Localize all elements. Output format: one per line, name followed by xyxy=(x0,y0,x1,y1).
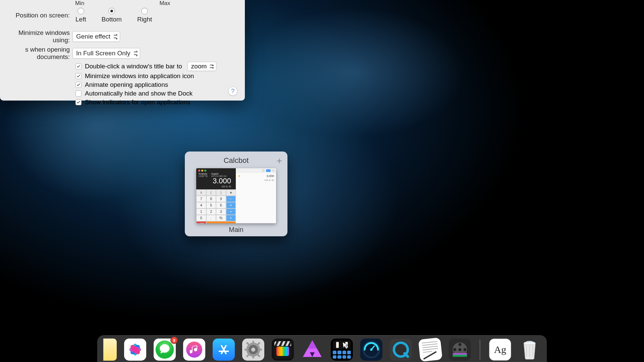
titlebar-action-select[interactable]: zoom▴▾ xyxy=(187,62,216,71)
gear-icon xyxy=(245,341,262,358)
svg-point-33 xyxy=(464,348,467,351)
help-button[interactable]: ? xyxy=(228,86,237,96)
preview-add-icon[interactable]: + xyxy=(277,156,282,166)
keypad: ±()★ 789− 456× 123÷ 0.%+ ⌫= xyxy=(196,189,236,223)
size-slider-labels: Min Max xyxy=(0,0,245,7)
minimize-icon xyxy=(201,170,203,172)
calcbot-keypad-side: Terabyte3.000 TB Gigabit24,576.000 Gb 3.… xyxy=(196,168,236,223)
dock-app-music[interactable] xyxy=(183,339,205,361)
filmreel-icon xyxy=(451,341,468,358)
dock-container: 8 xyxy=(0,335,644,362)
dock-window-preview: Calcbot + Terabyte3.000 TB Gigabit24,576… xyxy=(185,152,287,236)
appstore-icon xyxy=(217,343,230,356)
dock-app-photos[interactable] xyxy=(124,339,146,361)
photos-icon xyxy=(126,340,145,359)
dock-app-notes[interactable] xyxy=(103,339,117,361)
unit-a-name: Terabyte xyxy=(198,173,207,175)
size-max-label: Max xyxy=(159,0,170,7)
svg-rect-14 xyxy=(245,349,248,350)
minimize-into-icon-label: Minimize windows into application icon xyxy=(85,72,194,80)
clapperboard-icon xyxy=(274,341,292,359)
tab-icon xyxy=(262,169,265,172)
titlebar-doubleclick-label: Double-click a window's title bar to xyxy=(85,63,182,70)
display-sub: 100 ⊕ 30 xyxy=(198,185,234,188)
trash-icon xyxy=(521,339,539,360)
history-value: 3,000 xyxy=(236,173,276,179)
position-radio-bottom[interactable] xyxy=(108,8,115,14)
position-radio-group: Left Bottom Right xyxy=(72,8,152,23)
open-documents-label: s when opening documents: xyxy=(0,46,72,61)
quicktime-icon xyxy=(391,340,411,360)
position-radio-left-label: Left xyxy=(75,16,86,23)
messages-badge: 8 xyxy=(170,337,178,344)
autohide-dock-label: Automatically hide and show the Dock xyxy=(85,90,193,97)
svg-point-29 xyxy=(459,348,462,351)
svg-rect-35 xyxy=(453,353,467,355)
position-radio-bottom-label: Bottom xyxy=(102,16,122,23)
dock-app-quicktime[interactable] xyxy=(390,339,412,361)
dock-app-textedit[interactable] xyxy=(418,338,443,362)
dock-app-system-preferences[interactable] xyxy=(242,339,264,361)
display-value: 3.000 xyxy=(198,177,234,185)
dock-item-trash[interactable] xyxy=(519,339,541,361)
dock: 8 xyxy=(97,335,547,362)
dock-app-affinity-photo[interactable] xyxy=(301,339,323,361)
dock-app-calcbot[interactable] xyxy=(331,339,353,361)
dock-app-speedtest[interactable] xyxy=(360,339,382,361)
unit-a-val: 3.000 TB xyxy=(198,175,208,177)
window-traffic-lights xyxy=(198,170,234,172)
music-icon xyxy=(186,342,202,358)
zoom-icon xyxy=(204,170,206,172)
position-radio-right[interactable] xyxy=(141,8,148,14)
animate-opening-label: Animate opening applications xyxy=(85,81,168,88)
titlebar-doubleclick-checkbox[interactable] xyxy=(75,63,82,69)
dock-separator xyxy=(480,340,480,360)
affinity-icon xyxy=(302,339,323,360)
svg-point-30 xyxy=(459,343,462,346)
svg-point-25 xyxy=(370,348,372,351)
svg-rect-34 xyxy=(453,354,467,357)
dock-item-font-document[interactable]: Ag xyxy=(489,339,511,361)
unit-b-name: Gigabit xyxy=(211,173,218,175)
size-min-label: Min xyxy=(75,0,84,7)
position-radio-left[interactable] xyxy=(77,8,84,14)
autohide-dock-checkbox[interactable] xyxy=(75,90,82,97)
dock-preferences-window: Min Max Position on screen: Left Bottom … xyxy=(0,0,245,101)
open-documents-select[interactable]: In Full Screen Only▴▾ xyxy=(72,48,140,59)
position-radio-right-label: Right xyxy=(137,16,152,23)
animate-opening-checkbox[interactable] xyxy=(75,82,82,88)
dock-app-messages[interactable]: 8 xyxy=(154,339,176,361)
tab-pill xyxy=(266,169,271,172)
dock-app-screenflow[interactable] xyxy=(449,339,471,361)
minimize-using-label: Minimize windows using: xyxy=(0,29,72,44)
preview-thumbnail[interactable]: Terabyte3.000 TB Gigabit24,576.000 Gb 3.… xyxy=(196,168,276,223)
position-label: Position on screen: xyxy=(0,12,72,19)
calcbot-history-side: ★ 3,000 100 ⊕ 30 xyxy=(236,168,276,223)
tab-icon xyxy=(272,169,275,172)
svg-point-11 xyxy=(251,348,255,352)
minimize-into-icon-checkbox[interactable] xyxy=(75,73,82,79)
svg-marker-21 xyxy=(308,340,317,349)
svg-rect-15 xyxy=(259,349,262,350)
preview-caption: Main xyxy=(229,226,243,234)
dock-app-appstore[interactable] xyxy=(213,339,235,361)
star-icon: ★ xyxy=(238,174,240,178)
dock-app-final-cut-pro[interactable] xyxy=(272,339,294,361)
history-sub: 100 ⊕ 30 xyxy=(236,179,276,182)
close-icon xyxy=(198,170,200,172)
gauge-icon xyxy=(362,341,380,359)
indicators-label: Show indicators for open applications xyxy=(85,99,191,106)
svg-point-32 xyxy=(453,348,456,351)
calcbot-icon-keys xyxy=(333,351,351,359)
svg-rect-12 xyxy=(252,341,254,344)
font-glyph-icon: Ag xyxy=(494,344,506,355)
cursor-icon xyxy=(342,341,349,350)
indicators-checkbox[interactable] xyxy=(75,99,82,105)
minimize-effect-select[interactable]: Genie effect▴▾ xyxy=(72,31,120,42)
svg-rect-13 xyxy=(252,355,254,358)
preview-title: Calcbot xyxy=(224,156,249,165)
